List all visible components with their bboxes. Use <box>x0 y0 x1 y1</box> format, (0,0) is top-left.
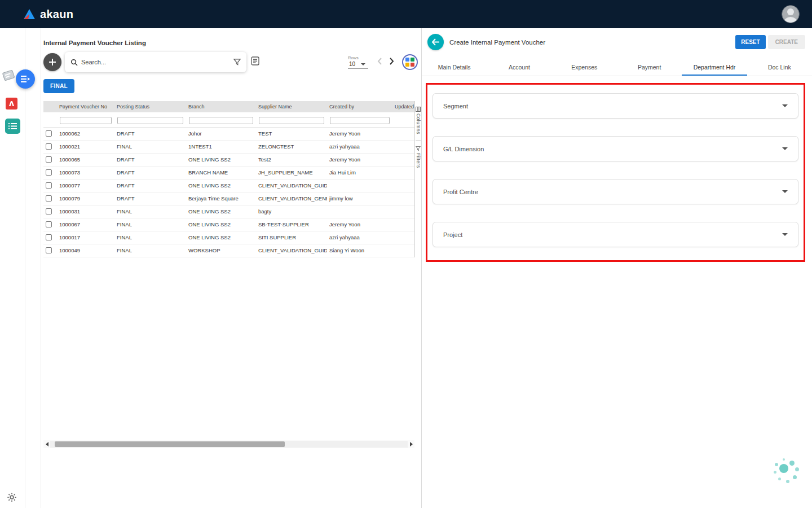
create-button[interactable]: CREATE <box>768 35 805 49</box>
table-row[interactable]: 1000077 DRAFT ONE LIVING SS2 CLIENT_VALI… <box>43 179 414 192</box>
back-button[interactable] <box>427 34 444 50</box>
horizontal-scrollbar <box>43 440 414 448</box>
column-header-branch[interactable]: Branch <box>186 101 256 112</box>
table-row[interactable]: 1000017 FINAL ONE LIVING SS2 SITI SUPPLI… <box>43 231 414 244</box>
filters-side-tab[interactable]: Filters <box>416 146 421 168</box>
cell-posting-status: DRAFT <box>114 153 186 166</box>
column-filter-input-created-by[interactable] <box>330 117 390 124</box>
dots-decoration <box>771 458 805 492</box>
settings-icon[interactable] <box>7 492 17 505</box>
filters-side-tab-label: Filters <box>416 153 421 168</box>
table-row[interactable]: 1000073 DRAFT BRANCH NAME JH_SUPPLIER_NA… <box>43 166 414 179</box>
scrollbar-track[interactable] <box>50 441 408 448</box>
search-box <box>65 52 246 72</box>
cell-supplier-name: ZELONGTEST <box>256 140 327 153</box>
table-row[interactable]: 1000065 DRAFT ONE LIVING SS2 Test2 Jerem… <box>43 153 414 166</box>
brand-logo[interactable]: akaun <box>23 8 73 21</box>
column-filter-input-payment-voucher-no[interactable] <box>60 117 112 124</box>
cell-branch: ONE LIVING SS2 <box>186 218 256 231</box>
table-row[interactable]: 1000049 FINAL WORKSHOP CLIENT_VALIDATION… <box>43 244 414 257</box>
cell-posting-status: DRAFT <box>114 166 186 179</box>
sorted-list-icon[interactable] <box>251 56 259 68</box>
cell-updated <box>392 192 414 205</box>
pdf-icon[interactable] <box>6 98 17 110</box>
cell-posting-status: FINAL <box>114 244 186 257</box>
tab-expenses[interactable]: Expenses <box>552 59 617 76</box>
column-filter-input-posting-status[interactable] <box>117 117 183 124</box>
tab-doc-link[interactable]: Doc Link <box>747 59 812 76</box>
dropdown-project[interactable]: Project <box>433 222 798 247</box>
list-icon[interactable] <box>5 119 20 134</box>
column-filter-input-branch[interactable] <box>189 117 253 124</box>
table-row[interactable]: 1000067 FINAL ONE LIVING SS2 SB-TEST-SUP… <box>43 218 414 231</box>
add-button[interactable] <box>43 53 61 71</box>
column-header-payment-voucher-no[interactable]: Payment Voucher No <box>57 101 114 112</box>
row-checkbox[interactable] <box>46 221 52 227</box>
cell-updated <box>392 140 414 153</box>
tab-main-details[interactable]: Main Details <box>422 59 487 76</box>
column-header-updated[interactable]: Updated <box>392 101 414 112</box>
row-checkbox[interactable] <box>46 195 52 202</box>
rows-per-page-select[interactable]: 10 <box>348 60 368 69</box>
dropdown-label: G/L Dimension <box>443 146 484 152</box>
previous-page-button[interactable] <box>377 57 382 68</box>
cell-updated <box>392 179 414 192</box>
row-checkbox[interactable] <box>46 208 52 214</box>
column-header-created-by[interactable]: Created by <box>327 101 392 112</box>
rows-label: Rows <box>348 55 368 60</box>
cell-branch: ONE LIVING SS2 <box>186 153 256 166</box>
tab-department-hdr[interactable]: Department Hdr <box>682 59 747 76</box>
dropdown-profit-centre[interactable]: Profit Centre <box>433 179 798 204</box>
tab-account[interactable]: Account <box>487 59 551 76</box>
rows-per-page: Rows 10 <box>348 55 368 69</box>
cell-branch: Johor <box>186 127 256 140</box>
reset-button[interactable]: RESET <box>735 35 765 49</box>
row-checkbox[interactable] <box>46 169 52 176</box>
dropdown-segment[interactable]: Segment <box>433 93 798 119</box>
row-checkbox[interactable] <box>46 143 52 150</box>
cell-payment-voucher-no: 1000065 <box>57 153 114 166</box>
table-row[interactable]: 1000062 DRAFT Johor TEST Jeremy Yoon <box>43 127 414 140</box>
rows-value: 10 <box>349 61 355 67</box>
column-filter-input-supplier-name[interactable] <box>259 117 324 124</box>
filters-icon <box>416 146 421 151</box>
scrollbar-thumb[interactable] <box>55 441 285 447</box>
dropdown-g-l-dimension[interactable]: G/L Dimension <box>433 136 798 161</box>
cell-supplier-name: CLIENT_VALIDATION_GUID_DO... <box>256 244 327 257</box>
final-filter-button[interactable]: FINAL <box>43 79 74 93</box>
search-input[interactable] <box>81 59 233 65</box>
columns-side-tab-label: Columns <box>416 113 421 134</box>
cell-created-by: Jeremy Yoon <box>327 127 392 140</box>
table-row[interactable]: 1000021 FINAL 1NTEST1 ZELONGTEST azri ya… <box>43 140 414 153</box>
menu-toggle-button[interactable] <box>16 69 35 89</box>
chevron-down-icon <box>782 190 788 193</box>
table-filter-row <box>43 112 414 127</box>
left-gap <box>25 28 41 508</box>
indent-menu-icon <box>21 75 30 83</box>
table-row[interactable]: 1000031 FINAL ONE LIVING SS2 bagty <box>43 205 414 218</box>
department-fields: SegmentG/L DimensionProfit CentreProject <box>433 93 798 247</box>
plus-icon <box>48 58 56 66</box>
cell-payment-voucher-no: 1000073 <box>57 166 114 179</box>
cell-branch: ONE LIVING SS2 <box>186 231 256 244</box>
row-checkbox[interactable] <box>46 182 52 189</box>
column-header-supplier-name[interactable]: Supplier Name <box>256 101 327 112</box>
tab-payment[interactable]: Payment <box>617 59 682 76</box>
chevron-down-icon <box>361 63 365 65</box>
user-avatar[interactable] <box>782 5 800 23</box>
next-page-button[interactable] <box>389 57 394 68</box>
columns-side-tab[interactable]: Columns <box>416 107 421 134</box>
dropdown-label: Project <box>443 231 462 238</box>
cell-posting-status: FINAL <box>114 140 186 153</box>
row-checkbox[interactable] <box>46 247 52 253</box>
row-checkbox[interactable] <box>46 156 52 163</box>
scroll-left-button[interactable] <box>43 440 50 448</box>
row-checkbox[interactable] <box>46 130 52 137</box>
column-header-posting-status[interactable]: Posting Status <box>114 101 186 112</box>
avatar-silhouette-icon <box>782 6 799 23</box>
table-row[interactable]: 1000079 DRAFT Berjaya Time Square CLIENT… <box>43 192 414 205</box>
row-checkbox[interactable] <box>46 234 52 240</box>
filter-funnel-icon[interactable] <box>233 59 241 65</box>
apps-grid-button[interactable] <box>402 54 418 70</box>
scroll-right-button[interactable] <box>408 440 414 448</box>
